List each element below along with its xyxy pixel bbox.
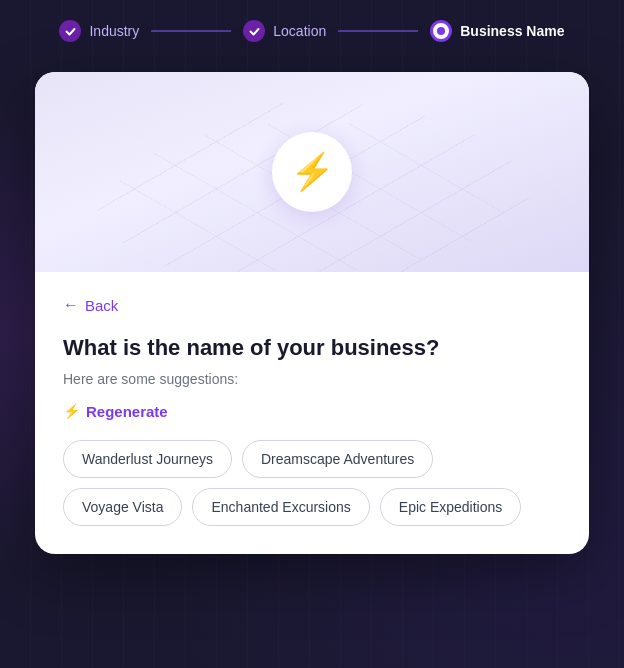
step-industry-icon <box>59 20 81 42</box>
card-container: ⚡ ← Back What is the name of your busine… <box>0 72 624 554</box>
step-industry-label: Industry <box>89 23 139 39</box>
step-business-name-label: Business Name <box>460 23 564 39</box>
suggestion-chip-3[interactable]: Enchanted Excursions <box>192 488 369 526</box>
suggestions-grid: Wanderlust Journeys Dreamscape Adventure… <box>63 440 561 526</box>
step-industry: Industry <box>59 20 139 42</box>
suggestions-label: Here are some suggestions: <box>63 371 561 387</box>
suggestion-chip-0[interactable]: Wanderlust Journeys <box>63 440 232 478</box>
main-card: ⚡ ← Back What is the name of your busine… <box>35 72 589 554</box>
connector-1 <box>151 30 231 32</box>
step-location: Location <box>243 20 326 42</box>
step-location-label: Location <box>273 23 326 39</box>
question-title: What is the name of your business? <box>63 334 561 363</box>
regenerate-label: Regenerate <box>86 403 168 420</box>
card-body: ← Back What is the name of your business… <box>35 272 589 554</box>
connector-2 <box>338 30 418 32</box>
regenerate-icon: ⚡ <box>63 403 80 419</box>
back-link[interactable]: ← Back <box>63 296 561 314</box>
step-location-icon <box>243 20 265 42</box>
step-business-name-icon <box>430 20 452 42</box>
bolt-icon: ⚡ <box>290 154 335 190</box>
suggestion-chip-4[interactable]: Epic Expeditions <box>380 488 522 526</box>
suggestion-chip-1[interactable]: Dreamscape Adventures <box>242 440 433 478</box>
back-arrow-icon: ← <box>63 296 79 314</box>
regenerate-button[interactable]: ⚡ Regenerate <box>63 403 168 420</box>
card-hero: ⚡ <box>35 72 589 272</box>
suggestion-chip-2[interactable]: Voyage Vista <box>63 488 182 526</box>
back-label: Back <box>85 297 118 314</box>
step-business-name: Business Name <box>430 20 564 42</box>
bolt-circle: ⚡ <box>272 132 352 212</box>
stepper: Industry Location Business Name <box>0 0 624 62</box>
